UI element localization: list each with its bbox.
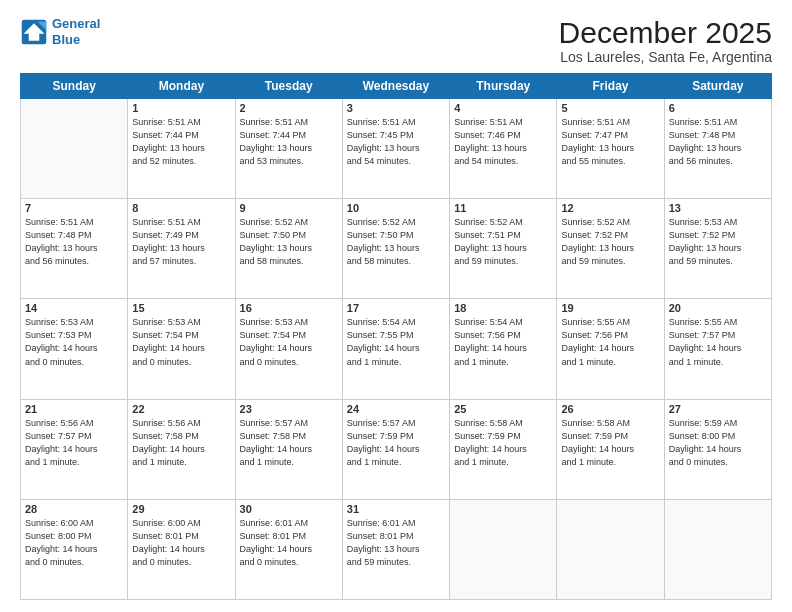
day-info: Sunrise: 5:51 AM Sunset: 7:48 PM Dayligh…	[25, 216, 123, 268]
calendar-cell: 24Sunrise: 5:57 AM Sunset: 7:59 PM Dayli…	[342, 399, 449, 499]
day-number: 29	[132, 503, 230, 515]
calendar-cell: 31Sunrise: 6:01 AM Sunset: 8:01 PM Dayli…	[342, 499, 449, 599]
day-info: Sunrise: 5:53 AM Sunset: 7:52 PM Dayligh…	[669, 216, 767, 268]
day-number: 5	[561, 102, 659, 114]
day-info: Sunrise: 5:56 AM Sunset: 7:58 PM Dayligh…	[132, 417, 230, 469]
day-number: 17	[347, 302, 445, 314]
day-number: 31	[347, 503, 445, 515]
calendar-cell: 1Sunrise: 5:51 AM Sunset: 7:44 PM Daylig…	[128, 99, 235, 199]
logo-line1: General	[52, 16, 100, 31]
day-info: Sunrise: 5:59 AM Sunset: 8:00 PM Dayligh…	[669, 417, 767, 469]
day-number: 27	[669, 403, 767, 415]
day-info: Sunrise: 5:58 AM Sunset: 7:59 PM Dayligh…	[454, 417, 552, 469]
weekday-header: Thursday	[450, 74, 557, 99]
header: General Blue December 2025 Los Laureles,…	[20, 16, 772, 65]
day-number: 12	[561, 202, 659, 214]
calendar-cell	[664, 499, 771, 599]
day-info: Sunrise: 5:52 AM Sunset: 7:51 PM Dayligh…	[454, 216, 552, 268]
day-number: 2	[240, 102, 338, 114]
calendar-table: SundayMondayTuesdayWednesdayThursdayFrid…	[20, 73, 772, 600]
day-number: 4	[454, 102, 552, 114]
weekday-header: Wednesday	[342, 74, 449, 99]
day-number: 11	[454, 202, 552, 214]
day-number: 3	[347, 102, 445, 114]
day-number: 20	[669, 302, 767, 314]
calendar-cell: 10Sunrise: 5:52 AM Sunset: 7:50 PM Dayli…	[342, 199, 449, 299]
logo: General Blue	[20, 16, 100, 47]
day-info: Sunrise: 5:51 AM Sunset: 7:48 PM Dayligh…	[669, 116, 767, 168]
calendar-cell: 3Sunrise: 5:51 AM Sunset: 7:45 PM Daylig…	[342, 99, 449, 199]
logo-text: General Blue	[52, 16, 100, 47]
day-number: 6	[669, 102, 767, 114]
calendar-cell: 16Sunrise: 5:53 AM Sunset: 7:54 PM Dayli…	[235, 299, 342, 399]
calendar-header-row: SundayMondayTuesdayWednesdayThursdayFrid…	[21, 74, 772, 99]
calendar-cell: 8Sunrise: 5:51 AM Sunset: 7:49 PM Daylig…	[128, 199, 235, 299]
calendar-cell: 6Sunrise: 5:51 AM Sunset: 7:48 PM Daylig…	[664, 99, 771, 199]
day-info: Sunrise: 5:51 AM Sunset: 7:49 PM Dayligh…	[132, 216, 230, 268]
calendar-week-row: 28Sunrise: 6:00 AM Sunset: 8:00 PM Dayli…	[21, 499, 772, 599]
day-number: 16	[240, 302, 338, 314]
day-number: 21	[25, 403, 123, 415]
day-number: 8	[132, 202, 230, 214]
calendar-cell: 21Sunrise: 5:56 AM Sunset: 7:57 PM Dayli…	[21, 399, 128, 499]
calendar-cell: 15Sunrise: 5:53 AM Sunset: 7:54 PM Dayli…	[128, 299, 235, 399]
day-number: 10	[347, 202, 445, 214]
calendar-cell: 11Sunrise: 5:52 AM Sunset: 7:51 PM Dayli…	[450, 199, 557, 299]
day-number: 7	[25, 202, 123, 214]
calendar-cell: 28Sunrise: 6:00 AM Sunset: 8:00 PM Dayli…	[21, 499, 128, 599]
day-info: Sunrise: 5:53 AM Sunset: 7:54 PM Dayligh…	[132, 316, 230, 368]
calendar-week-row: 21Sunrise: 5:56 AM Sunset: 7:57 PM Dayli…	[21, 399, 772, 499]
weekday-header: Sunday	[21, 74, 128, 99]
calendar-cell: 4Sunrise: 5:51 AM Sunset: 7:46 PM Daylig…	[450, 99, 557, 199]
day-number: 19	[561, 302, 659, 314]
calendar-cell: 12Sunrise: 5:52 AM Sunset: 7:52 PM Dayli…	[557, 199, 664, 299]
calendar-cell: 27Sunrise: 5:59 AM Sunset: 8:00 PM Dayli…	[664, 399, 771, 499]
calendar-cell: 25Sunrise: 5:58 AM Sunset: 7:59 PM Dayli…	[450, 399, 557, 499]
weekday-header: Friday	[557, 74, 664, 99]
day-info: Sunrise: 5:52 AM Sunset: 7:52 PM Dayligh…	[561, 216, 659, 268]
calendar-cell: 23Sunrise: 5:57 AM Sunset: 7:58 PM Dayli…	[235, 399, 342, 499]
calendar-cell: 5Sunrise: 5:51 AM Sunset: 7:47 PM Daylig…	[557, 99, 664, 199]
day-info: Sunrise: 5:56 AM Sunset: 7:57 PM Dayligh…	[25, 417, 123, 469]
weekday-header: Tuesday	[235, 74, 342, 99]
day-info: Sunrise: 5:51 AM Sunset: 7:47 PM Dayligh…	[561, 116, 659, 168]
day-number: 13	[669, 202, 767, 214]
day-info: Sunrise: 5:57 AM Sunset: 7:59 PM Dayligh…	[347, 417, 445, 469]
calendar-cell	[557, 499, 664, 599]
calendar-cell: 14Sunrise: 5:53 AM Sunset: 7:53 PM Dayli…	[21, 299, 128, 399]
day-number: 30	[240, 503, 338, 515]
day-number: 15	[132, 302, 230, 314]
calendar-cell: 18Sunrise: 5:54 AM Sunset: 7:56 PM Dayli…	[450, 299, 557, 399]
subtitle: Los Laureles, Santa Fe, Argentina	[559, 49, 772, 65]
day-info: Sunrise: 5:52 AM Sunset: 7:50 PM Dayligh…	[240, 216, 338, 268]
calendar-cell: 13Sunrise: 5:53 AM Sunset: 7:52 PM Dayli…	[664, 199, 771, 299]
day-info: Sunrise: 5:58 AM Sunset: 7:59 PM Dayligh…	[561, 417, 659, 469]
day-info: Sunrise: 6:00 AM Sunset: 8:00 PM Dayligh…	[25, 517, 123, 569]
calendar-cell: 29Sunrise: 6:00 AM Sunset: 8:01 PM Dayli…	[128, 499, 235, 599]
logo-icon	[20, 18, 48, 46]
day-info: Sunrise: 5:51 AM Sunset: 7:44 PM Dayligh…	[240, 116, 338, 168]
calendar-cell	[450, 499, 557, 599]
calendar-week-row: 14Sunrise: 5:53 AM Sunset: 7:53 PM Dayli…	[21, 299, 772, 399]
day-info: Sunrise: 5:51 AM Sunset: 7:46 PM Dayligh…	[454, 116, 552, 168]
calendar-cell: 2Sunrise: 5:51 AM Sunset: 7:44 PM Daylig…	[235, 99, 342, 199]
calendar-cell: 9Sunrise: 5:52 AM Sunset: 7:50 PM Daylig…	[235, 199, 342, 299]
day-number: 22	[132, 403, 230, 415]
page: General Blue December 2025 Los Laureles,…	[0, 0, 792, 612]
day-number: 25	[454, 403, 552, 415]
calendar-week-row: 7Sunrise: 5:51 AM Sunset: 7:48 PM Daylig…	[21, 199, 772, 299]
calendar-cell: 17Sunrise: 5:54 AM Sunset: 7:55 PM Dayli…	[342, 299, 449, 399]
title-block: December 2025 Los Laureles, Santa Fe, Ar…	[559, 16, 772, 65]
weekday-header: Monday	[128, 74, 235, 99]
day-info: Sunrise: 5:54 AM Sunset: 7:56 PM Dayligh…	[454, 316, 552, 368]
calendar-cell: 20Sunrise: 5:55 AM Sunset: 7:57 PM Dayli…	[664, 299, 771, 399]
main-title: December 2025	[559, 16, 772, 49]
calendar-week-row: 1Sunrise: 5:51 AM Sunset: 7:44 PM Daylig…	[21, 99, 772, 199]
day-info: Sunrise: 5:54 AM Sunset: 7:55 PM Dayligh…	[347, 316, 445, 368]
logo-line2: Blue	[52, 32, 80, 47]
day-info: Sunrise: 6:01 AM Sunset: 8:01 PM Dayligh…	[347, 517, 445, 569]
calendar-cell: 7Sunrise: 5:51 AM Sunset: 7:48 PM Daylig…	[21, 199, 128, 299]
day-info: Sunrise: 5:55 AM Sunset: 7:57 PM Dayligh…	[669, 316, 767, 368]
day-info: Sunrise: 6:01 AM Sunset: 8:01 PM Dayligh…	[240, 517, 338, 569]
day-info: Sunrise: 5:51 AM Sunset: 7:45 PM Dayligh…	[347, 116, 445, 168]
